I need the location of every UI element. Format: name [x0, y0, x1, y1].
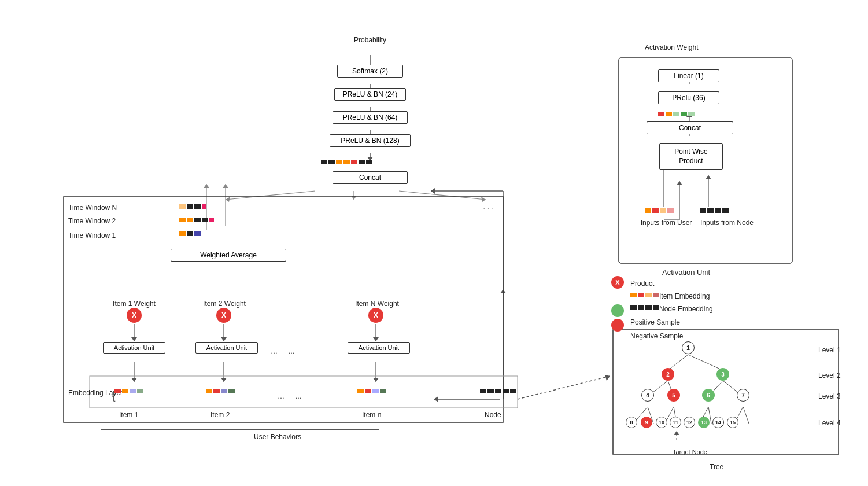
node-embedding-legend-label: Node Embedding: [659, 305, 713, 313]
tree-node-5: 5: [667, 389, 680, 402]
prelu-bn-64-box: PReLU & BN (64): [333, 111, 408, 124]
item1-label: Item 1: [119, 411, 138, 419]
svg-marker-16: [481, 197, 486, 202]
activation-unit-detail-label: Activation Unit: [662, 268, 710, 277]
tree-node-3: 3: [716, 368, 729, 381]
item2-emb-bar: [206, 389, 235, 393]
concat-detail-box: Concat: [647, 122, 733, 134]
tw-n-color-bar: [179, 204, 206, 209]
item1-emb-bar: [114, 389, 143, 393]
activation-unit-n: Activation Unit: [348, 342, 410, 354]
tree-node-2: 2: [662, 368, 674, 381]
level3-label: Level 3: [818, 392, 841, 400]
itemn-label: Item n: [362, 411, 381, 419]
item-emb-legend-bar: [630, 293, 659, 297]
svg-point-79: [127, 308, 142, 323]
target-node-label: Target Node: [673, 448, 707, 455]
weighted-average-box: Weighted Average: [171, 249, 286, 262]
level2-label: Level 2: [818, 371, 841, 380]
svg-marker-39: [500, 289, 506, 293]
ellipsis-top-right: ···: [483, 204, 496, 214]
svg-point-88: [611, 319, 624, 332]
tree-node-13: 13: [698, 417, 710, 428]
ellipsis-au2: …: [288, 347, 295, 355]
product-legend-label: Product: [630, 279, 654, 288]
svg-line-44: [668, 355, 688, 370]
activation-unit-2: Activation Unit: [195, 342, 258, 354]
level1-label: Level 1: [818, 346, 841, 354]
svg-point-81: [216, 308, 231, 323]
linear-1-box: Linear (1): [658, 69, 719, 82]
svg-point-85: [611, 276, 624, 289]
svg-marker-37: [431, 188, 435, 194]
activation-unit-1: Activation Unit: [103, 342, 165, 354]
tree-node-4: 4: [641, 389, 654, 402]
point-wise-product-box: Point Wise Product: [659, 143, 723, 170]
probability-label: Probability: [347, 36, 393, 44]
prelu-bn-128-box: PReLU & BN (128): [330, 134, 411, 147]
svg-line-60: [518, 376, 610, 399]
svg-point-87: [611, 304, 624, 317]
svg-line-57: [743, 407, 749, 424]
ellipsis-items2: …: [295, 392, 302, 400]
tree-node-14: 14: [712, 417, 724, 428]
ellipsis-items: …: [278, 392, 285, 400]
positive-sample-legend-label: Positive Sample: [630, 318, 680, 326]
node-emb-bar: [480, 389, 516, 393]
svg-text:X: X: [615, 279, 620, 286]
ellipsis-au: …: [271, 347, 278, 355]
svg-marker-14: [351, 196, 357, 200]
main-color-bar: [321, 160, 372, 164]
itemn-weight-label: Item N Weight: [354, 300, 400, 308]
svg-marker-20: [223, 184, 228, 188]
svg-text:X: X: [132, 311, 136, 319]
tree-node-11: 11: [670, 417, 681, 428]
svg-line-11: [226, 191, 315, 200]
svg-text:X: X: [374, 311, 378, 319]
svg-marker-22: [131, 337, 137, 341]
svg-marker-32: [373, 378, 379, 382]
svg-marker-61: [605, 375, 610, 381]
tree-title: Tree: [710, 463, 723, 471]
svg-marker-26: [373, 337, 379, 341]
tree-node-1: 1: [682, 341, 695, 354]
svg-marker-24: [221, 337, 227, 341]
activation-weight-label: Activation Weight: [645, 43, 699, 51]
svg-marker-28: [131, 378, 137, 382]
svg-rect-41: [90, 376, 518, 408]
prelu-bn-24-box: PReLU & BN (24): [334, 88, 406, 101]
itemn-emb-bar: [357, 389, 386, 393]
negative-sample-legend-label: Negative Sample: [630, 332, 683, 340]
concat-box: Concat: [333, 171, 408, 184]
main-canvas: X X X X Probability Softmax (2) PReLU & …: [0, 0, 868, 486]
user-behaviors-label: User Behaviors: [191, 433, 364, 441]
tw-1-color-bar: [179, 231, 201, 236]
tree-node-8: 8: [626, 417, 637, 428]
item-embedding-legend-label: Item Embedding: [659, 292, 710, 300]
svg-point-83: [368, 308, 383, 323]
node-emb-legend-bar: [630, 305, 659, 310]
tree-node-15: 15: [727, 417, 738, 428]
tree-node-7: 7: [737, 389, 749, 402]
svg-text:X: X: [221, 311, 226, 319]
svg-marker-59: [674, 431, 679, 435]
svg-line-45: [688, 355, 723, 370]
time-window-n-label: Time Window N: [68, 204, 117, 212]
item2-weight-label: Item 2 Weight: [201, 300, 248, 308]
svg-marker-18: [204, 184, 209, 188]
item1-weight-label: Item 1 Weight: [111, 300, 157, 308]
svg-marker-78: [677, 181, 682, 185]
tree-node-10: 10: [656, 417, 667, 428]
tree-node-9: 9: [641, 417, 652, 428]
time-window-1-label: Time Window 1: [68, 231, 116, 240]
level4-label: Level 4: [818, 419, 841, 427]
au-detail-color-bar: [658, 112, 695, 116]
svg-marker-75: [706, 175, 711, 179]
svg-line-15: [399, 191, 486, 200]
prelu-36-box: PRelu (36): [658, 91, 719, 104]
item2-label: Item 2: [210, 411, 230, 419]
time-window-2-label: Time Window 2: [68, 217, 116, 225]
user-behaviors-brace: [101, 429, 379, 430]
inputs-from-user-label: Inputs from User: [637, 219, 695, 227]
au-user-color-bar: [645, 208, 674, 213]
